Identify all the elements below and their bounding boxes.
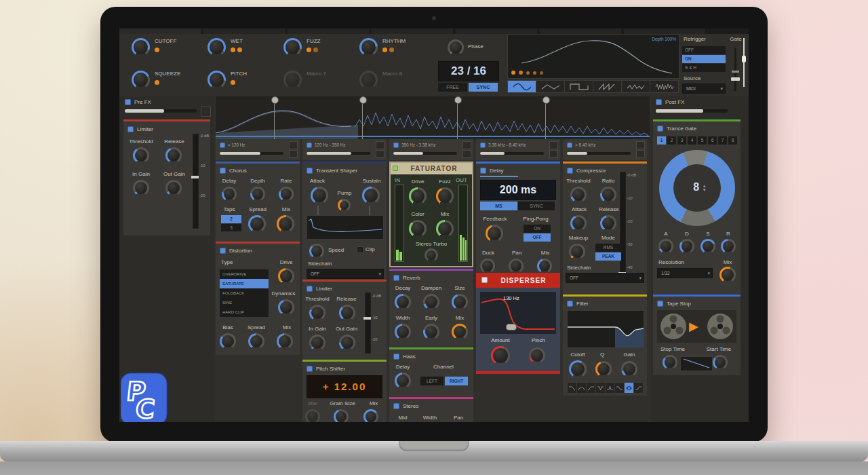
tape-curve-display[interactable] [680, 356, 713, 371]
pre-fx-checkbox[interactable] [125, 99, 131, 105]
crossover-handle[interactable] [542, 96, 550, 104]
pitch-value-display[interactable]: + 12.00 [307, 375, 382, 398]
stepper-down-icon[interactable]: ▼ [703, 188, 707, 192]
delay-sync-button[interactable]: SYNC [518, 202, 555, 210]
lfo-point-dot[interactable] [519, 71, 523, 75]
in-gain-knob[interactable] [133, 180, 149, 196]
taps-option-2[interactable]: 2 [221, 215, 241, 223]
stop-time-knob[interactable] [663, 355, 677, 370]
transient-enable-checkbox[interactable] [307, 168, 313, 174]
pingpong-on[interactable]: ON [524, 225, 551, 233]
gate-decay-knob[interactable] [679, 239, 694, 254]
tab-partial[interactable] [540, 28, 621, 34]
out-gain-knob[interactable] [339, 335, 355, 351]
channel-right-button[interactable]: RIGHT [445, 377, 468, 385]
retrigger-snh[interactable]: S & H [682, 64, 726, 72]
band-solo-button[interactable] [289, 141, 298, 149]
pinch-knob[interactable] [529, 347, 545, 364]
delay-ms-button[interactable]: MS [480, 202, 517, 210]
release-knob[interactable] [339, 305, 355, 321]
tab-partial[interactable] [288, 28, 369, 34]
lfo-point-dot[interactable] [526, 71, 530, 75]
trance-gate-enable-checkbox[interactable] [657, 126, 663, 132]
haas-delay-knob[interactable] [395, 373, 411, 389]
pump-knob[interactable] [338, 199, 351, 212]
wave-triangle-icon[interactable] [536, 80, 565, 93]
gate-steps-value[interactable]: 8 ▲▼ [683, 181, 717, 195]
band-enable-checkbox[interactable] [220, 142, 225, 148]
faturator-drive-knob[interactable] [409, 187, 427, 205]
faturator-enable-checkbox[interactable] [393, 166, 398, 171]
band-solo-button[interactable] [462, 141, 471, 149]
post-fx-checkbox[interactable] [656, 99, 662, 105]
gate-step-6[interactable]: 6 [708, 136, 717, 145]
source-dropdown[interactable]: MIDI ▾ [682, 83, 726, 94]
macro-knob-wet[interactable] [208, 38, 226, 56]
pre-fx-menu-button[interactable] [201, 107, 211, 117]
filter-graph[interactable] [567, 310, 644, 348]
wave-square-icon[interactable] [564, 80, 593, 93]
distortion-spread-knob[interactable] [248, 333, 264, 349]
tab-partial[interactable] [456, 28, 537, 34]
mode-rms[interactable]: RMS [595, 244, 621, 252]
resolution-dropdown[interactable]: 1/32 ▾ [657, 268, 713, 278]
gate-sustain-knob[interactable] [701, 239, 715, 254]
mode-peak[interactable]: PEAK [595, 252, 621, 261]
amount-knob[interactable] [491, 346, 510, 365]
tab-partial[interactable] [624, 28, 705, 34]
limiter-enable-checkbox[interactable] [127, 126, 134, 132]
gate-step-2[interactable]: 2 [667, 136, 676, 145]
filter-shape-peak-icon[interactable] [605, 382, 615, 394]
filter-shape-lowshelf-icon[interactable] [614, 382, 625, 394]
type-sine[interactable]: SINE [220, 298, 269, 307]
type-saturate[interactable]: SATURATE [220, 279, 269, 288]
distortion-drive-knob[interactable] [278, 268, 294, 284]
filter-shape-lowpass-icon[interactable] [567, 382, 577, 394]
chorus-enable-checkbox[interactable] [220, 168, 226, 174]
band-solo-button[interactable] [549, 141, 558, 149]
lfo-point-dot[interactable] [533, 71, 536, 75]
attack-knob[interactable] [311, 187, 328, 204]
threshold-knob[interactable] [133, 147, 149, 164]
in-gain-knob[interactable] [309, 335, 326, 351]
channel-left-button[interactable]: LEFT [420, 377, 443, 385]
type-foldback[interactable]: FOLDBACK [220, 288, 269, 298]
band-solo-button[interactable] [636, 141, 645, 149]
gate-step-4[interactable]: 4 [688, 136, 696, 145]
retrigger-off[interactable]: OFF [682, 46, 726, 54]
limiter-enable-checkbox[interactable] [307, 286, 313, 292]
threshold-knob[interactable] [309, 305, 326, 321]
disperser-graph[interactable]: 130 Hz [480, 292, 556, 334]
lfo-rate-display[interactable]: 23 / 16 [438, 61, 499, 81]
delay-time-display[interactable]: 200 ms [480, 180, 556, 200]
compressor-sidechain-dropdown[interactable]: OFF ▾ [566, 273, 644, 283]
crossover-handle[interactable] [454, 96, 462, 104]
filter-shape-bell-icon[interactable] [624, 382, 634, 394]
filter-gain-knob[interactable] [621, 361, 637, 377]
gate-mix-knob[interactable] [719, 267, 736, 283]
wave-sine-icon[interactable] [507, 80, 536, 93]
ratio-knob[interactable] [600, 187, 616, 203]
distortion-enable-checkbox[interactable] [220, 248, 226, 254]
macro-knob-squeeze[interactable] [132, 71, 150, 89]
chorus-mix-knob[interactable] [277, 215, 294, 233]
duck-knob[interactable] [480, 259, 495, 273]
gate-step-1[interactable]: 1 [657, 136, 666, 145]
comp-release-knob[interactable] [600, 215, 616, 231]
clip-checkbox[interactable] [357, 246, 363, 253]
wave-saw-icon[interactable] [593, 80, 622, 93]
gate-slider-handle[interactable] [731, 77, 740, 81]
lfo-free-button[interactable]: FREE [438, 83, 467, 92]
band-enable-checkbox[interactable] [567, 142, 572, 148]
distortion-dynamics-knob[interactable] [278, 299, 294, 316]
tab-partial[interactable] [203, 28, 285, 34]
wave-noise-icon[interactable] [650, 80, 679, 93]
band-mute-button[interactable] [636, 150, 645, 158]
transient-envelope-display[interactable] [307, 215, 384, 240]
gate-slider-track[interactable] [734, 48, 736, 91]
reverb-mix-knob[interactable] [452, 324, 468, 340]
faturator-color-knob[interactable] [409, 220, 427, 238]
band-gain-slider[interactable] [567, 152, 631, 155]
lfo-sync-button[interactable]: SYNC [469, 83, 498, 92]
comp-threshold-knob[interactable] [570, 187, 587, 203]
